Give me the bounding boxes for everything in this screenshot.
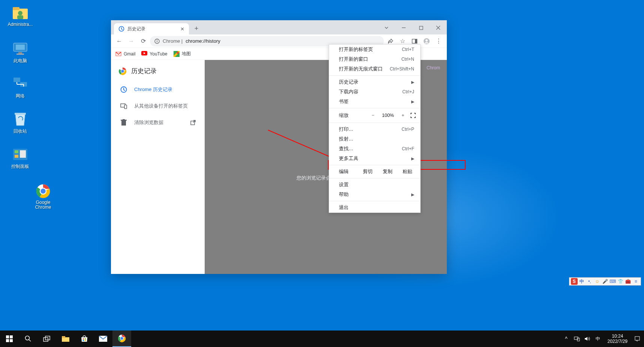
svg-rect-62: [85, 340, 86, 341]
svg-rect-17: [20, 150, 26, 158]
tray-ime-label[interactable]: 中: [593, 336, 602, 342]
desktop-icon-this-pc[interactable]: 此电脑: [6, 40, 34, 64]
zoom-in-button[interactable]: +: [398, 111, 407, 120]
minimize-button[interactable]: [395, 21, 412, 34]
tray-volume-icon[interactable]: [583, 336, 592, 341]
fullscreen-icon[interactable]: [410, 113, 416, 118]
ime-mic-icon[interactable]: 🎤: [602, 278, 608, 285]
svg-rect-23: [419, 26, 423, 30]
bookmark-youtube[interactable]: YouTube: [141, 51, 167, 57]
ime-keyboard-icon[interactable]: ⌨: [610, 278, 616, 285]
tray-chevron-icon[interactable]: ^: [562, 336, 571, 342]
search-button[interactable]: [19, 331, 37, 347]
menu-separator: [329, 123, 420, 123]
ime-emoji-icon[interactable]: ☺: [594, 278, 601, 285]
reload-button[interactable]: ⟳: [138, 36, 148, 46]
close-icon[interactable]: ✕: [180, 26, 184, 32]
taskbar-explorer[interactable]: [56, 331, 75, 347]
new-tab-button[interactable]: +: [191, 23, 202, 34]
cut-button[interactable]: 剪切: [358, 168, 377, 176]
monitor-icon: [11, 40, 29, 57]
ime-settings-icon[interactable]: ≡: [633, 278, 640, 285]
site-info-icon[interactable]: [154, 39, 160, 44]
menu-print[interactable]: 打印…Ctrl+P: [329, 124, 420, 134]
ime-skin-icon[interactable]: 👕: [617, 278, 624, 285]
menu-incognito[interactable]: 打开新的无痕式窗口Ctrl+Shift+N: [329, 64, 420, 74]
profile-icon[interactable]: [421, 36, 432, 46]
bookmark-gmail[interactable]: Gmail: [115, 51, 135, 57]
taskbar-store[interactable]: [75, 331, 94, 347]
icon-label: Administra...: [6, 22, 34, 27]
menu-separator: [329, 75, 420, 76]
svg-rect-61: [83, 340, 84, 341]
sogou-icon[interactable]: S: [571, 278, 578, 285]
zoom-out-button[interactable]: −: [368, 111, 377, 120]
taskbar: ^ 中 10:24 2022/7/29: [0, 331, 644, 347]
desktop-icon-admin[interactable]: Administra...: [6, 4, 34, 27]
chevron-right-icon: ▶: [411, 99, 414, 104]
sidebar-item-other-devices[interactable]: 从其他设备打开的标签页: [111, 98, 205, 114]
svg-rect-43: [121, 121, 126, 126]
control-panel-icon: [11, 146, 29, 163]
svg-rect-59: [83, 338, 84, 340]
sidebar-item-chrome-history[interactable]: Chrome 历史记录: [111, 81, 205, 98]
clock-icon: [120, 86, 127, 93]
recycle-bin-icon: [11, 111, 29, 127]
chevron-right-icon: ▶: [411, 80, 414, 85]
svg-rect-5: [16, 45, 25, 50]
ime-punct-icon[interactable]: •,: [586, 278, 593, 285]
icon-label: 此电脑: [6, 58, 34, 64]
window-controls: [378, 21, 447, 34]
ime-toolbox-icon[interactable]: 🧰: [625, 278, 632, 285]
menu-exit[interactable]: 退出: [329, 203, 420, 212]
menu-new-tab[interactable]: 打开新的标签页Ctrl+T: [329, 45, 420, 54]
ime-toolbar[interactable]: S 中 •, ☺ 🎤 ⌨ 👕 🧰 ≡: [569, 277, 641, 286]
search-placeholder-ghost: Chrom: [427, 65, 440, 70]
close-window-button[interactable]: [430, 21, 447, 34]
menu-edit: 编辑 剪切 复制 粘贴: [329, 167, 420, 176]
devices-icon: [120, 102, 127, 110]
copy-button[interactable]: 复制: [378, 168, 397, 176]
task-view-button[interactable]: [37, 331, 56, 347]
paste-button[interactable]: 粘贴: [398, 168, 416, 176]
taskbar-mail[interactable]: [94, 331, 112, 347]
maximize-button[interactable]: [412, 21, 430, 34]
svg-point-32: [425, 39, 428, 42]
menu-cast[interactable]: 投射…: [329, 134, 420, 144]
browser-tab[interactable]: 历史记录 ✕: [114, 23, 189, 34]
icon-label: 控制面板: [6, 163, 34, 170]
menu-history[interactable]: 历史记录▶: [329, 77, 420, 87]
desktop-icon-network[interactable]: 网络: [6, 76, 34, 99]
network-icon: [11, 76, 29, 92]
desktop-icon-control-panel[interactable]: 控制面板: [6, 146, 34, 170]
menu-bookmarks[interactable]: 书签▶: [329, 97, 420, 106]
bookmark-label: YouTube: [150, 51, 167, 57]
sidebar-item-clear-data[interactable]: 清除浏览数据: [111, 114, 205, 131]
gmail-icon: [115, 51, 121, 57]
start-button[interactable]: [0, 331, 19, 347]
menu-downloads[interactable]: 下载内容Ctrl+J: [329, 87, 420, 97]
kebab-menu-button[interactable]: ⋮: [433, 36, 444, 46]
drop-button[interactable]: [378, 21, 395, 34]
tray-network-icon[interactable]: [572, 336, 581, 341]
menu-help[interactable]: 帮助▶: [329, 190, 420, 199]
sidebar-item-label: 从其他设备打开的标签页: [134, 103, 188, 109]
user-folder-icon: [11, 4, 29, 21]
menu-new-window[interactable]: 打开新的窗口Ctrl+N: [329, 54, 420, 64]
forward-button[interactable]: →: [126, 36, 136, 46]
bookmark-maps[interactable]: 地图: [174, 51, 191, 57]
menu-separator: [329, 165, 420, 165]
menu-find[interactable]: 查找…Ctrl+F: [329, 144, 420, 154]
desktop-icon-chrome[interactable]: Google Chrome: [29, 183, 57, 210]
svg-point-2: [18, 11, 22, 15]
taskbar-chrome[interactable]: [112, 331, 131, 347]
tray-clock[interactable]: 10:24 2022/7/29: [604, 334, 631, 344]
desktop-icon-recycle[interactable]: 回收站: [6, 111, 34, 135]
menu-more-tools[interactable]: 更多工具▶: [329, 154, 420, 163]
menu-settings[interactable]: 设置: [329, 180, 420, 190]
back-button[interactable]: ←: [114, 36, 124, 46]
page-title: 历史记录: [131, 67, 157, 75]
svg-rect-30: [415, 39, 417, 43]
tray-notifications-icon[interactable]: [633, 336, 642, 342]
ime-lang-label[interactable]: 中: [579, 278, 586, 285]
